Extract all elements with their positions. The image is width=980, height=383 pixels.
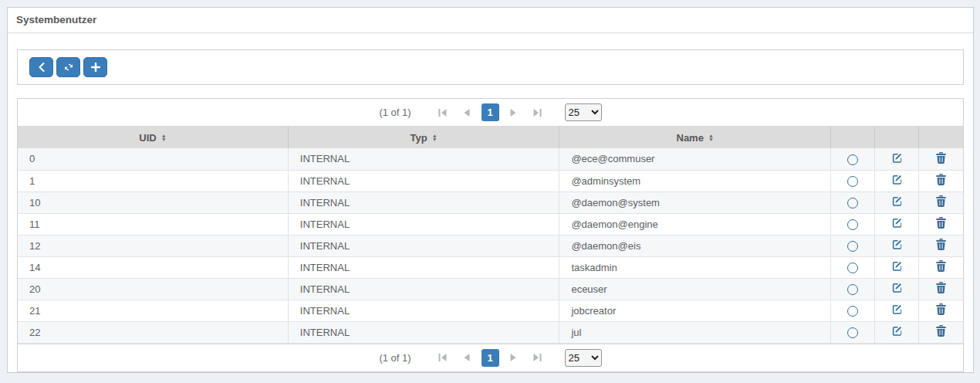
edit-icon[interactable] [891, 260, 903, 272]
cell-uid: 21 [18, 300, 288, 321]
cell-name: jul [559, 321, 831, 343]
page-number-button[interactable]: 1 [482, 349, 499, 367]
cell-typ: INTERNAL [288, 278, 559, 300]
last-page-icon[interactable] [529, 348, 547, 367]
page-number-button[interactable]: 1 [482, 103, 499, 121]
column-header-select [830, 127, 874, 148]
page-title: Systembenutzer [8, 8, 973, 33]
table-row: 22 INTERNAL jul [18, 321, 963, 343]
column-header-typ[interactable]: Typ▲▼ [288, 127, 559, 148]
delete-icon[interactable] [936, 260, 946, 272]
prev-page-icon[interactable] [458, 103, 476, 122]
table-row: 0 INTERNAL @ece@commuser [18, 148, 963, 170]
next-page-icon[interactable] [505, 103, 523, 122]
select-row-radio[interactable] [847, 241, 858, 252]
cell-name: taskadmin [559, 256, 831, 278]
delete-icon[interactable] [936, 195, 946, 207]
cell-typ: INTERNAL [288, 213, 559, 235]
panel-body: (1 of 1) 1 25 [8, 33, 973, 375]
cell-name: @adminsystem [559, 170, 831, 192]
table-row: 14 INTERNAL taskadmin [18, 256, 963, 278]
toolbar [17, 49, 964, 85]
delete-icon[interactable] [936, 217, 946, 229]
column-header-name[interactable]: Name▲▼ [559, 127, 831, 148]
paginator-bottom: (1 of 1) 1 25 [18, 344, 963, 371]
column-header-edit [875, 127, 919, 148]
cell-typ: INTERNAL [288, 148, 559, 170]
cell-typ: INTERNAL [288, 321, 559, 343]
cell-name: jobcreator [559, 300, 831, 321]
plus-icon [91, 63, 100, 72]
edit-icon[interactable] [891, 282, 903, 293]
refresh-button[interactable] [56, 57, 80, 77]
cell-uid: 10 [18, 192, 288, 213]
delete-icon[interactable] [936, 174, 946, 185]
select-row-radio[interactable] [847, 154, 858, 165]
paginator-label: (1 of 1) [379, 352, 411, 364]
prev-page-icon[interactable] [458, 348, 476, 367]
last-page-icon[interactable] [529, 103, 547, 122]
select-row-radio[interactable] [847, 327, 858, 338]
cell-uid: 22 [18, 321, 288, 343]
table-body: 0 INTERNAL @ece@commuser [18, 148, 963, 343]
cell-typ: INTERNAL [288, 170, 559, 192]
next-page-icon[interactable] [505, 348, 523, 367]
select-row-radio[interactable] [847, 263, 858, 273]
paginator-label: (1 of 1) [379, 107, 411, 118]
first-page-icon[interactable] [434, 348, 452, 367]
column-header-uid[interactable]: UID▲▼ [18, 127, 288, 148]
select-row-radio[interactable] [847, 198, 858, 208]
sort-icon: ▲▼ [161, 134, 167, 141]
edit-icon[interactable] [891, 303, 903, 315]
cell-name: @daemon@eis [559, 235, 831, 256]
table-row: 12 INTERNAL @daemon@eis [18, 235, 963, 256]
paginator-top: (1 of 1) 1 25 [18, 99, 963, 127]
edit-icon[interactable] [891, 325, 903, 337]
cell-name: eceuser [559, 278, 831, 300]
table-row: 11 INTERNAL @daemon@engine [18, 213, 963, 235]
sort-icon: ▲▼ [708, 134, 714, 141]
cell-name: @ece@commuser [559, 148, 831, 170]
add-button[interactable] [83, 57, 107, 77]
cell-typ: INTERNAL [288, 192, 559, 213]
system-users-table: UID▲▼ Typ▲▼ Name▲▼ 0 INTERNA [18, 127, 963, 344]
edit-icon[interactable] [891, 239, 903, 250]
delete-icon[interactable] [936, 282, 946, 293]
select-row-radio[interactable] [847, 284, 858, 295]
cell-uid: 0 [18, 148, 288, 170]
table-container: (1 of 1) 1 25 [17, 98, 964, 372]
column-header-delete [919, 127, 963, 148]
edit-icon[interactable] [891, 174, 903, 185]
cell-uid: 1 [18, 170, 288, 192]
edit-icon[interactable] [891, 195, 903, 207]
table-row: 20 INTERNAL eceuser [18, 278, 963, 300]
cell-typ: INTERNAL [288, 256, 559, 278]
cell-uid: 12 [18, 235, 288, 256]
delete-icon[interactable] [936, 303, 946, 315]
edit-icon[interactable] [891, 217, 903, 229]
select-row-radio[interactable] [847, 306, 858, 317]
cell-uid: 11 [18, 213, 288, 235]
cell-uid: 14 [18, 256, 288, 278]
cell-typ: INTERNAL [288, 300, 559, 321]
table-row: 1 INTERNAL @adminsystem [18, 170, 963, 192]
edit-icon[interactable] [891, 152, 903, 164]
rows-per-page-select[interactable]: 25 [565, 349, 602, 367]
back-button[interactable] [29, 57, 53, 77]
delete-icon[interactable] [936, 325, 946, 337]
select-row-radio[interactable] [847, 176, 858, 187]
refresh-icon [63, 62, 74, 73]
table-row: 21 INTERNAL jobcreator [18, 300, 963, 321]
cell-uid: 20 [18, 278, 288, 300]
select-row-radio[interactable] [847, 219, 858, 230]
systembenutzer-panel: Systembenutzer [7, 7, 974, 373]
cell-typ: INTERNAL [288, 235, 559, 256]
cell-name: @daemon@engine [559, 213, 831, 235]
chevron-left-icon [38, 63, 45, 72]
sort-icon: ▲▼ [432, 134, 438, 141]
delete-icon[interactable] [936, 239, 946, 250]
first-page-icon[interactable] [434, 103, 452, 122]
table-header-row: UID▲▼ Typ▲▼ Name▲▼ [18, 127, 963, 148]
delete-icon[interactable] [936, 152, 946, 164]
rows-per-page-select[interactable]: 25 [565, 103, 602, 121]
